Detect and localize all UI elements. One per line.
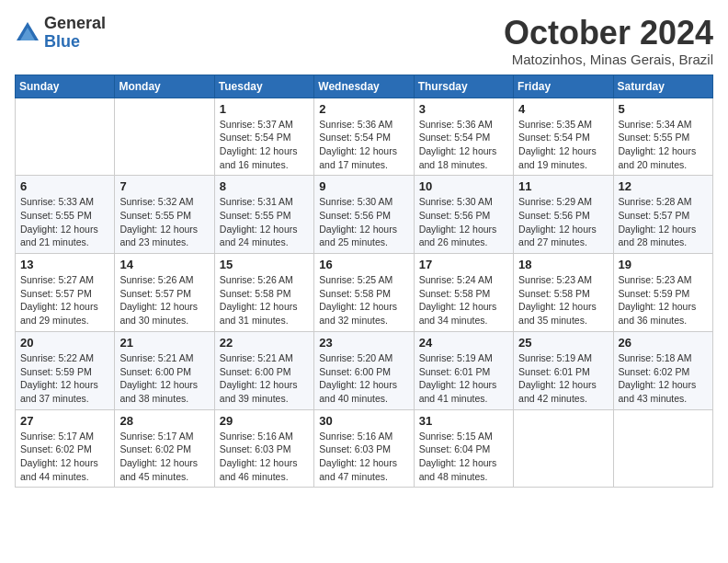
- day-info: Sunrise: 5:28 AM Sunset: 5:57 PM Dayligh…: [619, 195, 708, 249]
- calendar-cell: 11Sunrise: 5:29 AM Sunset: 5:56 PM Dayli…: [514, 176, 613, 254]
- day-number: 22: [220, 336, 309, 350]
- weekday-header-row: SundayMondayTuesdayWednesdayThursdayFrid…: [16, 75, 713, 98]
- calendar-cell: 30Sunrise: 5:16 AM Sunset: 6:03 PM Dayli…: [314, 409, 414, 488]
- day-info: Sunrise: 5:31 AM Sunset: 5:55 PM Dayligh…: [220, 195, 309, 249]
- day-info: Sunrise: 5:21 AM Sunset: 6:00 PM Dayligh…: [119, 351, 209, 406]
- day-number: 31: [419, 414, 508, 428]
- calendar-cell: 13Sunrise: 5:27 AM Sunset: 5:57 PM Dayli…: [16, 254, 115, 332]
- calendar-cell: 29Sunrise: 5:16 AM Sunset: 6:03 PM Dayli…: [214, 409, 313, 488]
- weekday-header-thursday: Thursday: [414, 75, 513, 98]
- day-info: Sunrise: 5:15 AM Sunset: 6:04 PM Dayligh…: [419, 430, 508, 484]
- day-info: Sunrise: 5:17 AM Sunset: 6:02 PM Dayligh…: [119, 430, 209, 484]
- day-info: Sunrise: 5:17 AM Sunset: 6:02 PM Dayligh…: [20, 430, 109, 484]
- title-block: October 2024 Matozinhos, Minas Gerais, B…: [504, 15, 713, 67]
- calendar-cell: 28Sunrise: 5:17 AM Sunset: 6:02 PM Dayli…: [115, 409, 214, 488]
- day-number: 4: [518, 102, 608, 116]
- calendar-cell: 17Sunrise: 5:24 AM Sunset: 5:58 PM Dayli…: [414, 254, 513, 332]
- day-number: 3: [419, 102, 508, 116]
- calendar-cell: 19Sunrise: 5:23 AM Sunset: 5:59 PM Dayli…: [613, 254, 712, 332]
- day-info: Sunrise: 5:19 AM Sunset: 6:01 PM Dayligh…: [518, 351, 608, 406]
- logo-icon: [15, 20, 40, 46]
- logo: General Blue: [15, 15, 106, 52]
- calendar-cell: [16, 98, 115, 176]
- calendar-cell: 8Sunrise: 5:31 AM Sunset: 5:55 PM Daylig…: [214, 176, 313, 254]
- calendar-cell: 27Sunrise: 5:17 AM Sunset: 6:02 PM Dayli…: [16, 409, 115, 488]
- logo-general: General: [44, 14, 106, 32]
- calendar-cell: 25Sunrise: 5:19 AM Sunset: 6:01 PM Dayli…: [514, 331, 613, 409]
- day-number: 20: [20, 336, 109, 350]
- weekday-header-tuesday: Tuesday: [214, 75, 313, 98]
- day-info: Sunrise: 5:35 AM Sunset: 5:54 PM Dayligh…: [518, 118, 608, 172]
- day-info: Sunrise: 5:16 AM Sunset: 6:03 PM Dayligh…: [220, 430, 309, 484]
- calendar-cell: 31Sunrise: 5:15 AM Sunset: 6:04 PM Dayli…: [414, 409, 513, 488]
- day-number: 17: [419, 258, 508, 271]
- day-number: 6: [20, 179, 109, 193]
- calendar-cell: 12Sunrise: 5:28 AM Sunset: 5:57 PM Dayli…: [613, 176, 712, 254]
- day-info: Sunrise: 5:29 AM Sunset: 5:56 PM Dayligh…: [518, 195, 608, 249]
- calendar-table: SundayMondayTuesdayWednesdayThursdayFrid…: [15, 75, 713, 488]
- month-title: October 2024: [504, 15, 713, 52]
- calendar-cell: 22Sunrise: 5:21 AM Sunset: 6:00 PM Dayli…: [214, 331, 313, 409]
- day-number: 5: [619, 102, 708, 116]
- day-number: 10: [419, 179, 508, 193]
- day-number: 26: [619, 336, 708, 350]
- calendar-cell: 1Sunrise: 5:37 AM Sunset: 5:54 PM Daylig…: [214, 98, 313, 176]
- weekday-header-wednesday: Wednesday: [314, 75, 414, 98]
- calendar-week-row: 27Sunrise: 5:17 AM Sunset: 6:02 PM Dayli…: [16, 409, 713, 488]
- day-number: 8: [220, 179, 309, 193]
- day-info: Sunrise: 5:34 AM Sunset: 5:55 PM Dayligh…: [619, 118, 708, 172]
- location: Matozinhos, Minas Gerais, Brazil: [504, 52, 713, 67]
- day-info: Sunrise: 5:24 AM Sunset: 5:58 PM Dayligh…: [419, 273, 508, 327]
- day-info: Sunrise: 5:25 AM Sunset: 5:58 PM Dayligh…: [319, 273, 408, 327]
- calendar-cell: 21Sunrise: 5:21 AM Sunset: 6:00 PM Dayli…: [115, 331, 214, 409]
- day-info: Sunrise: 5:20 AM Sunset: 6:00 PM Dayligh…: [319, 351, 408, 406]
- day-number: 7: [119, 179, 209, 193]
- calendar-cell: 20Sunrise: 5:22 AM Sunset: 5:59 PM Dayli…: [16, 331, 115, 409]
- day-number: 24: [419, 336, 508, 350]
- weekday-header-sunday: Sunday: [16, 75, 115, 98]
- calendar-cell: 10Sunrise: 5:30 AM Sunset: 5:56 PM Dayli…: [414, 176, 513, 254]
- day-number: 13: [20, 258, 109, 271]
- day-info: Sunrise: 5:32 AM Sunset: 5:55 PM Dayligh…: [119, 195, 209, 249]
- calendar-cell: [613, 409, 712, 488]
- weekday-header-saturday: Saturday: [613, 75, 712, 98]
- calendar-cell: 16Sunrise: 5:25 AM Sunset: 5:58 PM Dayli…: [314, 254, 414, 332]
- day-info: Sunrise: 5:23 AM Sunset: 5:58 PM Dayligh…: [518, 273, 608, 327]
- logo-blue: Blue: [44, 32, 80, 51]
- day-info: Sunrise: 5:16 AM Sunset: 6:03 PM Dayligh…: [319, 430, 408, 484]
- calendar-cell: 18Sunrise: 5:23 AM Sunset: 5:58 PM Dayli…: [514, 254, 613, 332]
- page-header: General Blue October 2024 Matozinhos, Mi…: [15, 15, 713, 67]
- day-info: Sunrise: 5:26 AM Sunset: 5:57 PM Dayligh…: [119, 273, 209, 327]
- day-info: Sunrise: 5:30 AM Sunset: 5:56 PM Dayligh…: [319, 195, 408, 249]
- logo-text: General Blue: [44, 15, 106, 52]
- day-info: Sunrise: 5:26 AM Sunset: 5:58 PM Dayligh…: [220, 273, 309, 327]
- day-info: Sunrise: 5:30 AM Sunset: 5:56 PM Dayligh…: [419, 195, 508, 249]
- day-info: Sunrise: 5:22 AM Sunset: 5:59 PM Dayligh…: [20, 351, 109, 406]
- day-number: 28: [119, 414, 209, 428]
- day-number: 16: [319, 258, 408, 271]
- calendar-cell: 26Sunrise: 5:18 AM Sunset: 6:02 PM Dayli…: [613, 331, 712, 409]
- day-info: Sunrise: 5:37 AM Sunset: 5:54 PM Dayligh…: [220, 118, 309, 172]
- calendar-cell: 2Sunrise: 5:36 AM Sunset: 5:54 PM Daylig…: [314, 98, 414, 176]
- day-number: 19: [619, 258, 708, 271]
- day-number: 23: [319, 336, 408, 350]
- calendar-cell: 6Sunrise: 5:33 AM Sunset: 5:55 PM Daylig…: [16, 176, 115, 254]
- day-info: Sunrise: 5:19 AM Sunset: 6:01 PM Dayligh…: [419, 351, 508, 406]
- calendar-cell: [115, 98, 214, 176]
- calendar-cell: 23Sunrise: 5:20 AM Sunset: 6:00 PM Dayli…: [314, 331, 414, 409]
- calendar-cell: 15Sunrise: 5:26 AM Sunset: 5:58 PM Dayli…: [214, 254, 313, 332]
- day-number: 18: [518, 258, 608, 271]
- day-number: 21: [119, 336, 209, 350]
- calendar-week-row: 6Sunrise: 5:33 AM Sunset: 5:55 PM Daylig…: [16, 176, 713, 254]
- day-number: 25: [518, 336, 608, 350]
- calendar-cell: 4Sunrise: 5:35 AM Sunset: 5:54 PM Daylig…: [514, 98, 613, 176]
- calendar-week-row: 20Sunrise: 5:22 AM Sunset: 5:59 PM Dayli…: [16, 331, 713, 409]
- day-number: 11: [518, 179, 608, 193]
- calendar-cell: 24Sunrise: 5:19 AM Sunset: 6:01 PM Dayli…: [414, 331, 513, 409]
- day-number: 14: [119, 258, 209, 271]
- calendar-cell: 14Sunrise: 5:26 AM Sunset: 5:57 PM Dayli…: [115, 254, 214, 332]
- weekday-header-friday: Friday: [514, 75, 613, 98]
- calendar-week-row: 13Sunrise: 5:27 AM Sunset: 5:57 PM Dayli…: [16, 254, 713, 332]
- calendar-week-row: 1Sunrise: 5:37 AM Sunset: 5:54 PM Daylig…: [16, 98, 713, 176]
- day-number: 2: [319, 102, 408, 116]
